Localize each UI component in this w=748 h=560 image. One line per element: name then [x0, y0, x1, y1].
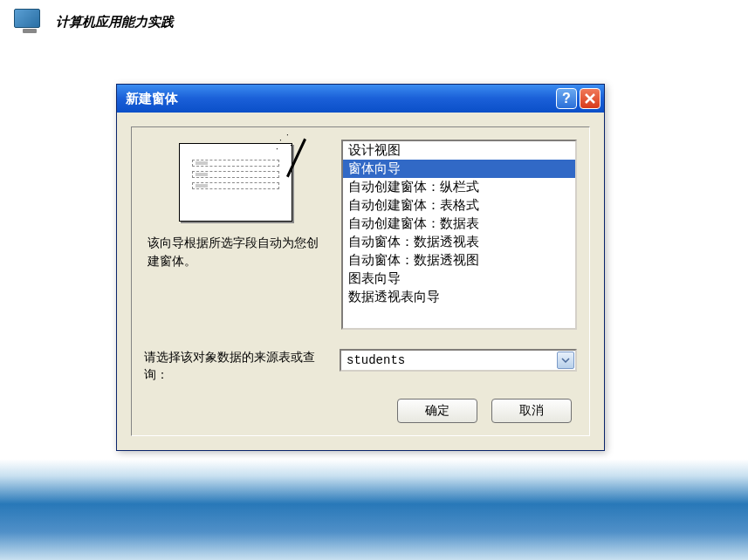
ok-button[interactable]: 确定	[397, 399, 477, 423]
list-item[interactable]: 自动窗体：数据透视表	[343, 233, 575, 251]
source-select-value: students	[347, 353, 405, 367]
list-item[interactable]: 自动创建窗体：表格式	[343, 196, 575, 215]
wizard-description: 该向导根据所选字段自动为您创建窗体。	[144, 234, 327, 270]
close-icon	[584, 92, 596, 105]
source-label: 请选择该对象数据的来源表或查询：	[144, 349, 327, 383]
wizard-preview-icon: · · · ·	[179, 143, 292, 222]
list-item[interactable]: 自动创建窗体：数据表	[343, 215, 575, 233]
list-item[interactable]: 图表向导	[343, 270, 575, 288]
source-select[interactable]: students	[340, 349, 577, 372]
chevron-down-icon	[561, 358, 570, 363]
form-type-listbox[interactable]: 设计视图窗体向导自动创建窗体：纵栏式自动创建窗体：表格式自动创建窗体：数据表自动…	[341, 140, 577, 330]
app-title: 计算机应用能力实践	[56, 14, 174, 31]
app-header: 计算机应用能力实践	[0, 0, 748, 44]
wand-icon: · · · ·	[274, 133, 318, 177]
dialog-title: 新建窗体	[126, 91, 556, 107]
list-item[interactable]: 窗体向导	[343, 160, 575, 178]
dialog-titlebar[interactable]: 新建窗体 ?	[117, 85, 604, 113]
list-item[interactable]: 数据透视表向导	[343, 288, 575, 306]
close-button[interactable]	[580, 88, 600, 109]
new-form-dialog: 新建窗体 ? ·	[116, 84, 605, 451]
monitor-icon	[14, 9, 45, 35]
list-item[interactable]: 自动窗体：数据透视图	[343, 251, 575, 270]
dropdown-arrow-button[interactable]	[557, 352, 574, 369]
cancel-button[interactable]: 取消	[491, 399, 572, 423]
help-button[interactable]: ?	[556, 88, 577, 109]
list-item[interactable]: 设计视图	[343, 141, 575, 160]
list-item[interactable]: 自动创建窗体：纵栏式	[343, 178, 575, 196]
